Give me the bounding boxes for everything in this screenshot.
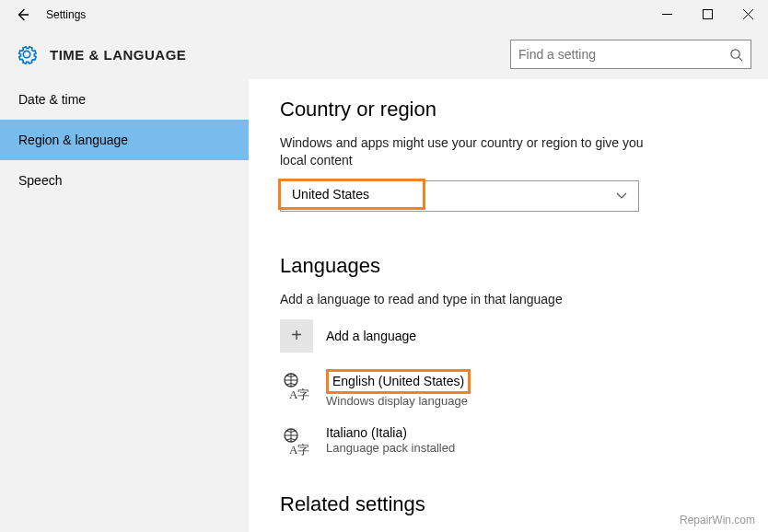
svg-line-5	[739, 57, 742, 61]
related-heading: Related settings	[280, 492, 740, 516]
chevron-down-icon	[616, 192, 627, 200]
language-item-italian[interactable]: A字 Italiano (Italia) Language pack insta…	[280, 424, 740, 457]
language-sub: Language pack installed	[326, 441, 455, 457]
search-box[interactable]	[510, 40, 751, 69]
sidebar-item-region-language[interactable]: Region & language	[0, 120, 249, 160]
add-language-label: Add a language	[326, 329, 416, 343]
minimize-icon	[662, 9, 672, 19]
maximize-button[interactable]	[687, 0, 727, 28]
language-icon: A字	[280, 424, 313, 457]
region-heading: Country or region	[280, 98, 740, 121]
languages-description: Add a language to read and type in that …	[280, 291, 648, 308]
sidebar-item-date-time[interactable]: Date & time	[0, 79, 249, 120]
language-icon: A字	[280, 369, 313, 402]
svg-text:A字: A字	[289, 387, 309, 400]
window-title: Settings	[46, 8, 86, 21]
main-area: Date & time Region & language Speech Cou…	[0, 79, 768, 532]
back-button[interactable]	[9, 7, 35, 22]
add-language-button[interactable]: + Add a language	[280, 319, 740, 353]
minimize-button[interactable]	[646, 0, 687, 28]
search-icon	[729, 48, 743, 62]
sidebar: Date & time Region & language Speech	[0, 79, 249, 532]
sidebar-item-speech[interactable]: Speech	[0, 160, 249, 201]
header-left: TIME & LANGUAGE	[17, 44, 186, 64]
svg-point-4	[731, 49, 739, 57]
search-input[interactable]	[518, 47, 721, 62]
region-description: Windows and apps might use your country …	[280, 134, 648, 169]
gear-icon	[17, 44, 37, 64]
language-name: English (United States)	[332, 374, 464, 388]
content-panel: Country or region Windows and apps might…	[249, 79, 768, 532]
country-selected-value: United States	[292, 187, 369, 202]
country-dropdown[interactable]: United States	[280, 180, 639, 212]
plus-icon: +	[280, 319, 313, 353]
back-arrow-icon	[15, 7, 29, 22]
language-item-english[interactable]: A字 English (United States) Windows displ…	[280, 369, 740, 410]
close-button[interactable]	[727, 0, 768, 28]
title-bar: Settings	[0, 0, 768, 29]
language-name: Italiano (Italia)	[326, 424, 455, 441]
page-header: TIME & LANGUAGE	[0, 29, 768, 79]
watermark: RepairWin.com	[680, 514, 755, 526]
country-selected-highlight: United States	[278, 179, 425, 210]
window-controls	[646, 0, 768, 28]
languages-heading: Languages	[280, 254, 740, 278]
maximize-icon	[703, 9, 713, 19]
svg-rect-1	[703, 9, 712, 18]
language-english-highlight: English (United States)	[326, 369, 471, 394]
language-sub: Windows display language	[326, 394, 471, 410]
close-icon	[743, 9, 753, 19]
svg-text:A字: A字	[289, 443, 309, 456]
page-title: TIME & LANGUAGE	[50, 47, 186, 63]
